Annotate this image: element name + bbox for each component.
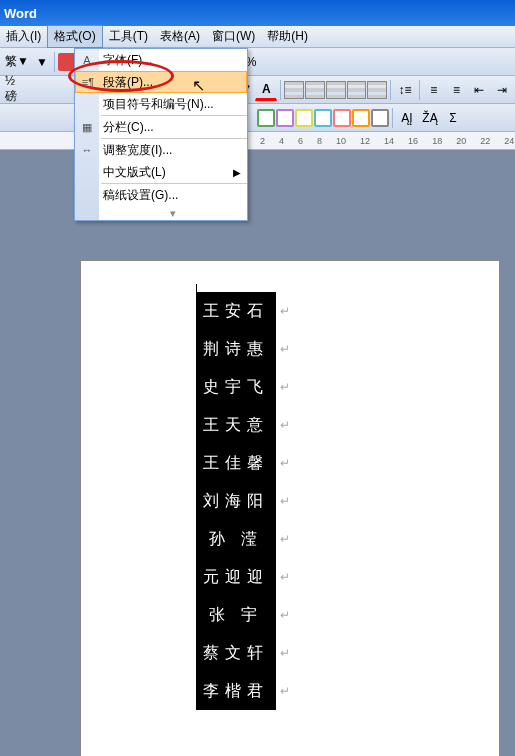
ruler-num: 10 (336, 136, 346, 146)
selection[interactable]: 王安石↵ 荆诗惠↵ 史宇飞↵ 王天意↵ 王佳馨↵ 刘海阳↵ 孙 滢↵ 元迎迎↵ … (196, 292, 276, 710)
document-area: 王安石↵ 荆诗惠↵ 史宇飞↵ 王天意↵ 王佳馨↵ 刘海阳↵ 孙 滢↵ 元迎迎↵ … (0, 150, 515, 756)
selected-line[interactable]: 王安石↵ (196, 292, 276, 330)
ruler-num: 16 (408, 136, 418, 146)
merge-icon[interactable] (333, 109, 351, 127)
return-mark-icon: ↵ (280, 456, 290, 470)
ruler-num: 18 (432, 136, 442, 146)
align-center-icon[interactable] (326, 81, 346, 99)
selected-line[interactable]: 王天意↵ (196, 406, 276, 444)
sep (419, 80, 420, 100)
sep (280, 80, 281, 100)
selected-line[interactable]: 刘海阳↵ (196, 482, 276, 520)
line-weight[interactable]: ½ 磅 (2, 74, 33, 105)
numbering-icon[interactable]: ≡ (423, 79, 445, 101)
sort-desc-icon[interactable]: ŽĄ (419, 107, 441, 129)
menu-item-columns[interactable]: ▦ 分栏(C)... (75, 116, 247, 138)
ruler-num: 6 (298, 136, 303, 146)
name-text: 刘海阳 (203, 491, 269, 512)
menu-item-label: 分栏(C)... (103, 119, 154, 136)
selected-line[interactable]: 元迎迎↵ (196, 558, 276, 596)
name-text: 王天意 (203, 415, 269, 436)
return-mark-icon: ↵ (280, 532, 290, 546)
name-text: 蔡文轩 (203, 643, 269, 664)
indent-icon[interactable]: ⇥ (491, 79, 513, 101)
menu-item-label: 字体(F)... (103, 52, 152, 69)
menu-tools[interactable]: 工具(T) (103, 26, 154, 47)
menu-item-label: 项目符号和编号(N)... (103, 96, 214, 113)
outdent-icon[interactable]: ⇤ (468, 79, 490, 101)
sep (390, 80, 391, 100)
chevron-down-icon: ▾ (170, 207, 176, 220)
selected-line[interactable]: 孙 滢↵ (196, 520, 276, 558)
return-mark-icon: ↵ (280, 418, 290, 432)
menu-table[interactable]: 表格(A) (154, 26, 206, 47)
return-mark-icon: ↵ (280, 608, 290, 622)
ruler-num: 22 (480, 136, 490, 146)
ruler-num: 24 (504, 136, 514, 146)
align-dist-icon[interactable] (367, 81, 387, 99)
titlebar: Word (0, 0, 515, 26)
line-spacing-icon[interactable]: ↕≡ (394, 79, 416, 101)
menu-format[interactable]: 格式(O) (47, 25, 102, 48)
menu-item-font[interactable]: A 字体(F)... (75, 49, 247, 71)
menu-item-stationery[interactable]: 稿纸设置(G)... (75, 184, 247, 206)
menu-expand[interactable]: ▾ (75, 206, 247, 220)
ruler-num: 20 (456, 136, 466, 146)
ruler-num: 8 (317, 136, 322, 146)
insert-row-icon[interactable] (295, 109, 313, 127)
menu-item-bullets[interactable]: 项目符号和编号(N)... (75, 93, 247, 115)
adjustwidth-icon: ↔ (79, 142, 95, 158)
bullets-icon[interactable]: ≡ (446, 79, 468, 101)
format-menu-dropdown: A 字体(F)... ≡¶ 段落(P)... 项目符号和编号(N)... ▦ 分… (74, 48, 248, 221)
menu-window[interactable]: 窗口(W) (206, 26, 261, 47)
return-mark-icon: ↵ (280, 380, 290, 394)
submenu-arrow-icon: ▶ (233, 167, 241, 178)
return-mark-icon: ↵ (280, 494, 290, 508)
paragraph-icon: ≡¶ (80, 74, 96, 90)
selected-line[interactable]: 张 宇↵ (196, 596, 276, 634)
align-justify-icon[interactable] (284, 81, 304, 99)
name-text: 孙 滢 (209, 529, 263, 550)
autofit-icon[interactable] (371, 109, 389, 127)
menu-insert[interactable]: 插入(I) (0, 26, 47, 47)
ruler-num: 14 (384, 136, 394, 146)
tb-convert[interactable]: 繁▼ (2, 53, 32, 70)
selected-line[interactable]: 王佳馨↵ (196, 444, 276, 482)
draw-table-icon[interactable] (257, 109, 275, 127)
split-icon[interactable] (352, 109, 370, 127)
menu-item-cjk[interactable]: 中文版式(L) ▶ (75, 161, 247, 183)
selected-line[interactable]: 蔡文轩↵ (196, 634, 276, 672)
align-right-icon[interactable] (347, 81, 367, 99)
return-mark-icon: ↵ (280, 684, 290, 698)
menu-item-label: 中文版式(L) (103, 164, 166, 181)
ruler-num: 12 (360, 136, 370, 146)
menu-help[interactable]: 帮助(H) (261, 26, 314, 47)
name-text: 荆诗惠 (203, 339, 269, 360)
menu-item-adjustwidth[interactable]: ↔ 调整宽度(I)... (75, 139, 247, 161)
name-text: 王安石 (203, 301, 269, 322)
eraser-icon[interactable] (276, 109, 294, 127)
return-mark-icon: ↵ (280, 570, 290, 584)
sum-icon[interactable]: Σ (442, 107, 464, 129)
tb-drop[interactable]: ▼ (33, 55, 51, 69)
selected-line[interactable]: 荆诗惠↵ (196, 330, 276, 368)
font-color-icon[interactable]: A (255, 79, 277, 101)
font-icon: A (79, 52, 95, 68)
name-text: 王佳馨 (203, 453, 269, 474)
selected-line[interactable]: 史宇飞↵ (196, 368, 276, 406)
ruler-num: 2 (260, 136, 265, 146)
columns-icon: ▦ (79, 119, 95, 135)
insert-col-icon[interactable] (314, 109, 332, 127)
name-text: 元迎迎 (203, 567, 269, 588)
name-text: 张 宇 (209, 605, 263, 626)
return-mark-icon: ↵ (280, 646, 290, 660)
align-left-icon[interactable] (305, 81, 325, 99)
name-text: 史宇飞 (203, 377, 269, 398)
sort-asc-icon[interactable]: ĄĮ (396, 107, 418, 129)
app-title: Word (4, 6, 37, 21)
menu-item-paragraph[interactable]: ≡¶ 段落(P)... (75, 71, 247, 93)
return-mark-icon: ↵ (280, 342, 290, 356)
selected-line[interactable]: 李楷君↵ (196, 672, 276, 710)
page[interactable] (80, 260, 500, 756)
name-text: 李楷君 (203, 681, 269, 702)
